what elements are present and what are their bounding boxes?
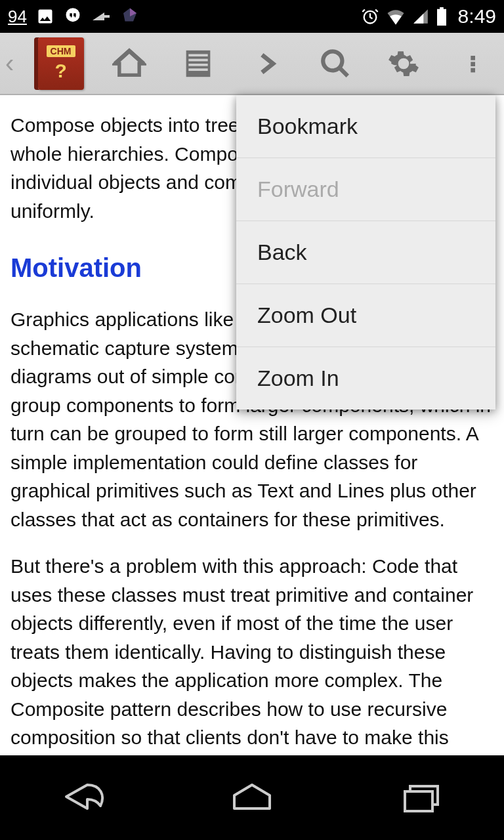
image-icon [36,7,54,26]
list-icon [184,48,213,79]
notification-count: 94 [8,7,27,27]
nav-home-button[interactable] [222,777,282,819]
svg-rect-9 [471,68,475,72]
menu-item-zoom-out[interactable]: Zoom Out [236,284,495,347]
wifi-icon [386,8,406,25]
more-vert-icon [462,48,483,79]
mute-icon [91,10,111,23]
hangouts-icon [64,7,82,26]
menu-item-forward: Forward [236,158,495,221]
svg-rect-10 [405,791,432,811]
gear-icon [387,47,420,80]
svg-point-6 [323,51,342,70]
forward-button[interactable] [240,37,293,90]
svg-rect-8 [471,62,475,66]
overflow-menu: Bookmark Forward Back Zoom Out Zoom In [236,95,495,410]
app-toolbar: ‹ CHM ? [0,33,504,95]
back-indicator-icon[interactable]: ‹ [5,49,18,78]
nav-recents-icon [390,777,450,816]
menu-item-bookmark[interactable]: Bookmark [236,95,495,158]
chm-question: ? [54,60,66,82]
home-button[interactable] [103,37,156,90]
svg-rect-5 [188,68,207,71]
chm-badge: CHM [47,45,75,57]
battery-icon [436,7,448,26]
signal-icon [412,8,429,25]
alarm-icon [361,7,379,26]
svg-rect-3 [188,58,207,61]
contents-button[interactable] [172,37,224,90]
system-nav-bar [0,755,504,840]
app-swirl-icon [120,7,140,26]
search-icon [319,47,352,80]
status-bar: 94 8:49 [0,0,504,33]
overflow-button[interactable] [446,37,499,90]
nav-home-icon [222,777,282,816]
svg-point-0 [66,8,79,22]
clock-time: 8:49 [458,5,496,28]
home-icon [112,47,146,81]
nav-back-icon [54,777,114,816]
motivation-p2: But there's a problem with this approach… [10,552,494,755]
search-button[interactable] [309,37,362,90]
app-icon[interactable]: CHM ? [35,37,87,90]
nav-back-button[interactable] [54,777,114,819]
settings-button[interactable] [377,37,430,90]
menu-item-zoom-in[interactable]: Zoom In [236,347,495,410]
menu-item-back[interactable]: Back [236,221,495,284]
svg-rect-7 [471,56,475,60]
svg-rect-4 [188,64,207,66]
svg-rect-2 [188,54,207,56]
chevron-right-icon [253,47,280,81]
nav-recents-button[interactable] [390,777,450,819]
